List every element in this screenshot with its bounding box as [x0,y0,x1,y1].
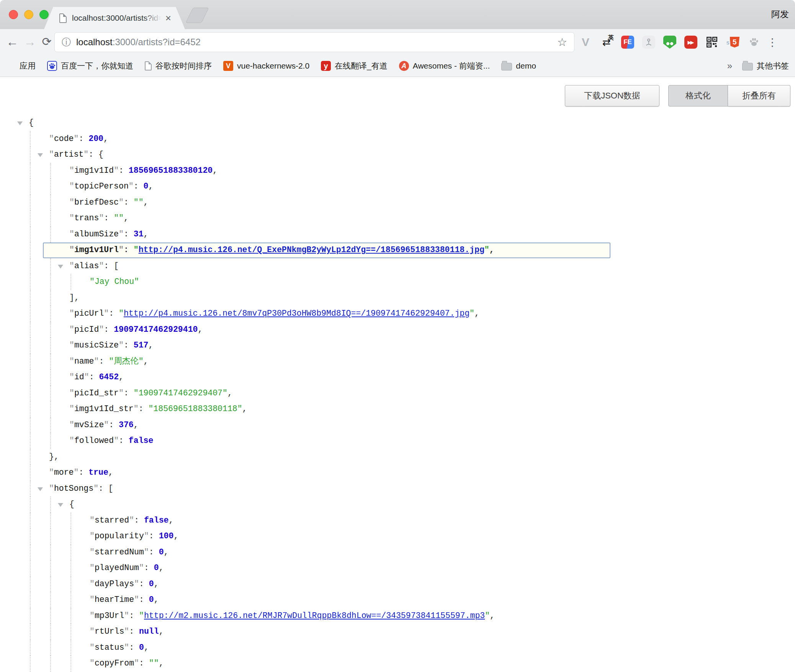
bookmarks-overflow-icon[interactable]: » [727,61,732,71]
json-token: " [49,150,54,159]
bookmark-label: 其他书签 [757,61,789,71]
close-window-icon[interactable] [9,10,18,19]
page-favicon-icon [59,13,67,23]
json-token: " [90,659,95,668]
json-key: followed [74,436,114,445]
collapse-toggle-icon[interactable] [17,121,23,125]
indent-guide [50,560,51,576]
json-key: popularity [95,531,144,541]
json-token: " [129,182,134,191]
bookmark-star-icon[interactable]: ☆ [557,36,567,49]
awesomes-icon: A [399,61,409,71]
json-token: " [90,531,95,541]
minimize-window-icon[interactable] [24,10,33,19]
youdao-translate-icon[interactable]: ⇄英 [600,36,613,49]
json-token: { [69,500,74,509]
bookmarks-right: »其他书签 [727,61,789,71]
indent-guide [30,179,31,195]
json-token: : [119,436,129,445]
indent-guide [70,528,71,544]
url-path: :3000/artists?id=6452 [113,37,201,48]
json-token: " [69,229,74,239]
bookmark-item[interactable]: AAwesomes - 前端资... [399,61,490,71]
json-token: : [104,261,114,270]
json-token: : [139,659,149,668]
json-url-link[interactable]: http://m2.music.126.net/RMJR7wDullRqppBk… [144,611,485,620]
tab-strip: localhost:3000/artists?id=645 × 阿发 [0,0,795,29]
other-bookmarks[interactable]: 其他书签 [742,61,789,71]
indent-guide [50,608,51,624]
json-line: "status": 0, [0,640,795,656]
collapse-toggle-icon[interactable] [38,153,43,157]
json-token: " [69,372,74,382]
apps-grid-icon [6,61,16,71]
indent-guide [70,624,71,640]
json-line: "img1v1Id_str": "18569651883380118", [0,401,795,417]
fe-icon[interactable]: FE [621,36,634,49]
json-key: rtUrls [95,627,124,636]
indent-guide [50,497,51,513]
json-key: img1v1Id_str [74,404,134,413]
maximize-window-icon[interactable] [39,10,49,19]
json-token: : [109,420,119,429]
html5-icon[interactable]: s5 [726,36,739,49]
json-token: " [134,198,139,207]
json-token: " [83,150,88,159]
json-token: " [134,388,139,398]
bookmarks-bar: 应用百度一下，你就知道谷歌按时间排序Vvue-hackernews-2.0y在线… [0,55,795,77]
json-value: 6452 [99,372,119,382]
json-token: : [124,341,134,350]
indent-guide [50,163,51,179]
json-url-link[interactable]: http://p4.music.126.net/8mv7qP30Pd3oHW8b… [124,309,469,318]
vue-devtools-icon[interactable]: V [579,36,592,49]
browser-menu-icon[interactable]: ⋮ [769,36,776,49]
indent-guide [50,226,51,243]
json-url-link[interactable]: http://p4.music.126.net/Q_ExePNkmgB2yWyL… [139,245,484,254]
json-token: , [164,547,169,557]
json-token: " [139,198,144,207]
json-token: " [69,436,74,445]
json-token: : [98,484,108,493]
collapse-toggle-icon[interactable] [58,265,63,269]
json-token: " [99,261,104,270]
folder-icon [501,63,512,70]
bookmark-item[interactable]: 谷歌按时间排序 [145,61,212,71]
json-value: 0 [139,643,144,652]
address-bar[interactable]: ⓘ localhost :3000/artists?id=6452 ☆ [54,32,574,52]
extensions-row: V⇄英FE▶▶s5⋮ [579,33,793,51]
json-token: , [474,309,479,318]
sitemap-icon[interactable] [642,36,655,49]
qrcode-icon[interactable] [705,36,718,49]
bookmark-item[interactable]: 应用 [6,61,36,71]
collapse-toggle-icon[interactable] [58,503,63,507]
json-token: " [222,388,227,398]
reload-button[interactable]: ⟳ [38,33,55,50]
youdao-icon: y [321,61,331,71]
json-key: code [54,134,74,143]
page-info-icon[interactable]: ⓘ [62,36,71,48]
browser-tab[interactable]: localhost:3000/artists?id=645 × [44,7,185,29]
bookmark-item[interactable]: y在线翻译_有道 [321,61,388,71]
profile-name[interactable]: 阿发 [771,8,789,20]
new-tab-button[interactable] [185,8,209,23]
bookmark-item[interactable]: demo [501,61,536,70]
json-token: " [119,341,124,350]
back-button[interactable]: ← [4,33,21,50]
json-token: , [103,134,108,143]
bookmark-item[interactable]: 百度一下，你就知道 [47,61,133,71]
json-key: starredNum [95,547,144,557]
json-token: " [119,229,124,239]
json-token: , [159,627,164,636]
tab-close-icon[interactable]: × [165,13,171,23]
indent-guide [50,624,51,640]
json-token: " [119,388,124,398]
json-token: " [84,372,89,382]
json-key: img1v1Id [74,166,114,175]
paw-icon[interactable] [748,36,761,49]
collapse-toggle-icon[interactable] [38,487,43,491]
indent-guide [30,306,31,322]
json-token: , [124,213,129,223]
tampermonkey-icon[interactable] [663,36,676,49]
fast-forward-icon[interactable]: ▶▶ [684,36,697,49]
bookmark-item[interactable]: Vvue-hackernews-2.0 [223,61,309,71]
